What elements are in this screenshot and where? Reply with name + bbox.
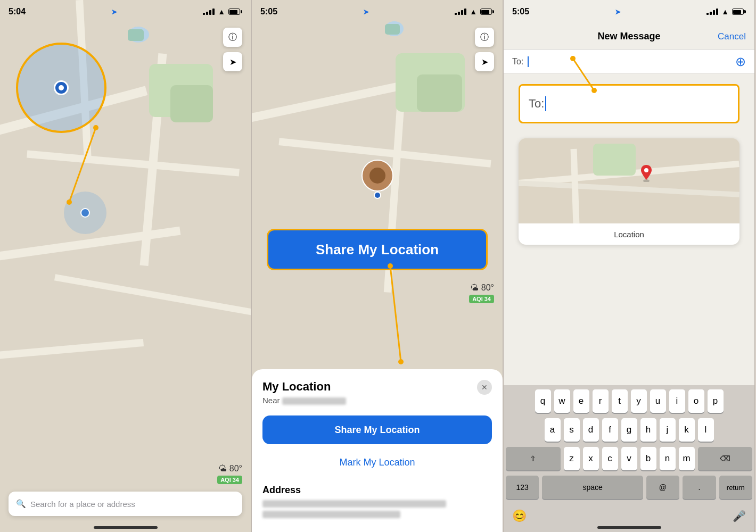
annotation-arrow-1 [53,122,106,207]
to-field[interactable]: To: ⊕ [504,50,754,73]
emoji-btn[interactable]: 😊 [512,509,527,523]
address-blurred-2 [262,511,400,518]
to-label: To: [512,57,523,66]
shift-key[interactable]: ⇧ [506,447,561,470]
mark-location-btn[interactable]: Mark My Location [262,451,492,474]
key-r[interactable]: r [593,389,609,413]
weather-badge-2: 🌤 80° AQI 34 [469,283,494,303]
key-e[interactable]: e [573,389,589,413]
return-key[interactable]: return [719,476,752,499]
key-t[interactable]: t [612,389,628,413]
location-arrow-button-1[interactable]: ➤ [223,52,242,71]
svg-line-6 [573,59,594,90]
key-q[interactable]: q [535,389,551,413]
messages-header-title: New Message [597,31,660,42]
user-avatar-map [361,160,393,199]
phone-3-messages: 5:05 ➤ ▲ New Message Cancel To: ⊕ [504,0,755,532]
signal-icon-3 [706,9,718,15]
key-v[interactable]: v [621,447,637,470]
key-s[interactable]: s [564,418,580,442]
address-title: Address [262,485,492,496]
keyboard-row-1: q w e r t y u i o p [506,389,752,413]
key-f[interactable]: f [602,418,618,442]
key-k[interactable]: k [679,418,695,442]
search-placeholder-1: Search for a place or address [30,500,135,509]
key-w[interactable]: w [554,389,570,413]
map-card-label: Location [519,223,739,245]
key-d[interactable]: d [583,418,599,442]
location-circle-large [16,43,106,133]
share-location-btn[interactable]: Share My Location [262,415,492,444]
avatar-pin [374,192,381,199]
aqi-badge-2: AQI 34 [469,295,494,303]
status-bar-1: 5:04 ➤ ▲ [0,0,251,23]
location-button-2[interactable]: ➤ [475,52,494,71]
svg-point-10 [644,168,648,172]
home-indicator-3 [597,526,661,529]
messages-header: New Message Cancel [504,23,754,50]
delete-key[interactable]: ⌫ [698,447,753,470]
battery-icon-2 [480,9,494,15]
info-button-2[interactable]: ⓘ [475,28,494,47]
mic-btn[interactable]: 🎤 [733,510,746,522]
phone-1-maps: 5:04 ➤ ▲ ⓘ ➤ 🌤 80 [0,0,252,532]
wifi-icon-1: ▲ [218,7,225,16]
svg-point-7 [570,56,576,61]
svg-point-2 [93,125,98,130]
aqi-badge-1: AQI 34 [217,476,242,484]
battery-icon-1 [228,9,242,15]
key-b[interactable]: b [640,447,656,470]
key-x[interactable]: x [583,447,599,470]
keyboard-row-3: ⇧ z x c v b n m ⌫ [506,447,752,470]
period-key[interactable]: . [683,476,716,499]
key-m[interactable]: m [679,447,695,470]
location-title: My Location [262,380,492,394]
status-bar-2: 5:05 ➤ ▲ [252,0,503,23]
key-z[interactable]: z [564,447,580,470]
location-panel: ✕ My Location Near Share My Location Mar… [252,369,503,532]
status-bar-3: 5:05 ➤ ▲ [504,0,754,23]
key-g[interactable]: g [621,418,637,442]
signal-icon-1 [203,9,215,15]
wifi-icon-3: ▲ [721,7,729,16]
key-y[interactable]: y [631,389,647,413]
add-recipient-btn[interactable]: ⊕ [735,54,746,69]
svg-point-4 [388,263,393,269]
to-arrow-annotation [546,53,621,96]
key-u[interactable]: u [650,389,666,413]
key-i[interactable]: i [669,389,685,413]
search-bar-1[interactable]: 🔍 Search for a place or address [9,492,242,516]
status-time-3: 5:05 [512,7,529,16]
wifi-icon-2: ▲ [470,7,477,16]
to-highlight-cursor [545,96,546,111]
cancel-btn[interactable]: Cancel [718,31,746,42]
weather-temp-2: 🌤 80° [470,283,494,293]
key-c[interactable]: c [602,447,618,470]
key-o[interactable]: o [688,389,704,413]
key-h[interactable]: h [640,418,656,442]
svg-point-5 [398,359,404,364]
space-key[interactable]: space [542,476,643,499]
info-button-1[interactable]: ⓘ [223,28,242,47]
svg-point-8 [591,88,597,93]
key-a[interactable]: a [545,418,561,442]
at-key[interactable]: @ [646,476,679,499]
map-card-label-text: Location [614,230,644,239]
status-icons-3: ▲ [706,7,746,16]
close-panel-btn[interactable]: ✕ [477,380,492,395]
status-icons-1: ▲ [203,7,242,16]
key-p[interactable]: p [708,389,724,413]
map-card-map [519,138,739,223]
key-l[interactable]: l [698,418,714,442]
share-location-highlight-label: Share My Location [316,242,439,258]
key-j[interactable]: j [660,418,676,442]
location-arrow-icon-2: ➤ [363,8,369,16]
avatar-circle [361,160,393,192]
key-n[interactable]: n [660,447,676,470]
location-map-card: Location [519,138,739,245]
location-near: Near [262,396,492,405]
location-arrow-icon-1: ➤ [111,8,117,16]
blurred-address [282,397,346,405]
red-pin [640,165,653,184]
numbers-key[interactable]: 123 [506,476,539,499]
